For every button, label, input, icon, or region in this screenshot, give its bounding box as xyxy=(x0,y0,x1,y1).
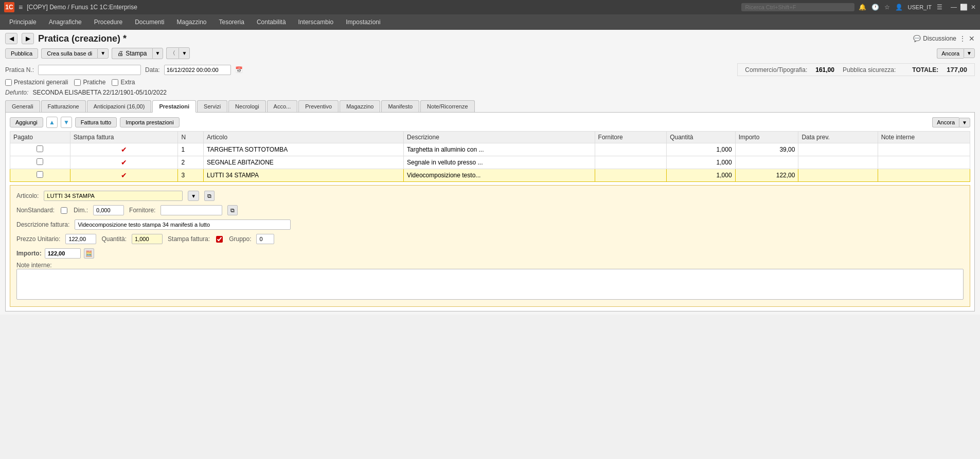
note-interne-textarea[interactable] xyxy=(16,269,964,300)
cell-data-prev xyxy=(798,169,878,182)
tab-servizi[interactable]: Servizi xyxy=(197,100,227,112)
minimize-button[interactable]: — xyxy=(951,4,957,11)
search-input[interactable] xyxy=(741,3,854,11)
data-label: Data: xyxy=(145,66,160,74)
table-row[interactable]: ✔2SEGNALE ABITAZIONESegnale in velluto p… xyxy=(10,156,970,169)
move-up-button[interactable]: ▲ xyxy=(46,117,58,128)
pratica-input[interactable] xyxy=(38,65,141,75)
cell-descrizione: Targhetta in alluminio con ... xyxy=(404,143,595,156)
tab-preventivo[interactable]: Preventivo xyxy=(298,100,338,112)
close-button[interactable]: ✕ xyxy=(971,4,976,11)
prezzo-unitario-input[interactable] xyxy=(65,234,96,244)
forward-button[interactable]: ▶ xyxy=(22,33,34,44)
crea-sulla-base-arrow[interactable]: ▼ xyxy=(97,48,109,59)
user-icon[interactable]: 👤 xyxy=(895,4,903,11)
menu-impostazioni[interactable]: Impostazioni xyxy=(341,16,385,28)
fornitore-input[interactable] xyxy=(161,205,222,215)
quantita-input[interactable] xyxy=(132,234,163,244)
nonstandard-row: NonStandard: Dim.: Fornitore: ⧉ xyxy=(16,205,964,215)
calendar-icon[interactable]: 📅 xyxy=(235,66,243,74)
menu-button[interactable]: ≡ xyxy=(19,3,23,11)
stampa-arrow[interactable]: ▼ xyxy=(152,48,164,59)
pubblica-button[interactable]: Pubblica xyxy=(5,48,38,59)
notification-icon[interactable]: 🔔 xyxy=(859,4,866,11)
menu-documenti[interactable]: Documenti xyxy=(130,16,169,28)
col-header-articolo: Articolo xyxy=(204,132,404,143)
defunto-row: Defunto: SECONDA ELISABETTA 22/12/1901-0… xyxy=(5,89,975,96)
tab-anticipazioni--16-00-[interactable]: Anticipazioni (16,00) xyxy=(87,100,152,112)
table-row[interactable]: ✔3LUTTI 34 STAMPAVideocomposizione testo… xyxy=(10,169,970,182)
aggiungi-button[interactable]: Aggiungi xyxy=(10,117,43,127)
quantita-label: Quantità: xyxy=(101,235,127,243)
menu-magazzino[interactable]: Magazzino xyxy=(171,16,211,28)
back-button[interactable]: ◀ xyxy=(5,33,17,44)
dim-input[interactable] xyxy=(93,205,124,215)
tab-fatturazione[interactable]: Fatturazione xyxy=(41,100,86,112)
articolo-link-btn[interactable]: ⧉ xyxy=(204,191,215,201)
cell-pagato[interactable] xyxy=(10,143,70,156)
menu-principale[interactable]: Principale xyxy=(4,16,42,28)
tabs: GeneraliFatturazioneAnticipazioni (16,00… xyxy=(5,100,975,113)
extra-checkbox[interactable]: Extra xyxy=(112,79,135,86)
tab-content-prestazioni: Aggiungi ▲ ▼ Fattura tutto Importa prest… xyxy=(5,113,975,311)
menu-tesoreria[interactable]: Tesoreria xyxy=(214,16,250,28)
cell-stampa-fattura[interactable]: ✔ xyxy=(70,143,178,156)
commercio-value: 161,00 xyxy=(815,66,834,74)
cell-quantita: 1,000 xyxy=(667,143,736,156)
table-row[interactable]: ✔1TARGHETTA SOTTOTOMBATarghetta in allum… xyxy=(10,143,970,156)
prestazioni-generali-checkbox[interactable]: Prestazioni generali xyxy=(5,79,68,86)
pratiche-checkbox[interactable]: Pratiche xyxy=(74,79,105,86)
window-controls: — ⬜ ✕ xyxy=(951,4,976,11)
more-options-icon[interactable]: ⋮ xyxy=(959,35,966,42)
nav-arrow-right-dropdown[interactable]: ▼ xyxy=(179,47,190,59)
descrizione-fattura-input[interactable] xyxy=(75,219,291,230)
ancora-button[interactable]: Ancora xyxy=(937,48,964,59)
articolo-dropdown-btn[interactable]: ▼ xyxy=(188,191,199,201)
menu-contabilita[interactable]: Contabilità xyxy=(252,16,291,28)
tab-acco---[interactable]: Acco... xyxy=(267,100,298,112)
stampa-button[interactable]: 🖨Stampa xyxy=(112,48,152,59)
table-ancora-arrow[interactable]: ▼ xyxy=(959,118,970,127)
importo-calc-btn[interactable]: 🧮 xyxy=(84,248,94,259)
cell-pagato[interactable] xyxy=(10,169,70,182)
tab-necrologi[interactable]: Necrologi xyxy=(228,100,265,112)
tab-magazzino[interactable]: Magazzino xyxy=(340,100,380,112)
articolo-row: Articolo: ▼ ⧉ xyxy=(16,191,964,201)
detail-panel: Articolo: ▼ ⧉ NonStandard: Dim.: Fornito… xyxy=(10,185,970,307)
tab-note-ricorrenze[interactable]: Note/Ricorrenze xyxy=(420,100,474,112)
cell-stampa-fattura[interactable]: ✔ xyxy=(70,169,178,182)
tab-generali[interactable]: Generali xyxy=(5,100,40,112)
settings-icon[interactable]: ☰ xyxy=(937,4,942,11)
cell-data-prev xyxy=(798,156,878,169)
discussion-button[interactable]: 💬 Discussione xyxy=(913,35,956,42)
nonstandard-checkbox[interactable] xyxy=(61,207,67,214)
col-header-stampa-fattura: Stampa fattura xyxy=(70,132,178,143)
nav-arrow-left[interactable]: 〈 xyxy=(166,47,179,59)
menu-anagrafiche[interactable]: Anagrafiche xyxy=(44,16,87,28)
menu-procedure[interactable]: Procedure xyxy=(89,16,128,28)
tab-prestazioni[interactable]: Prestazioni xyxy=(152,100,196,113)
data-input[interactable] xyxy=(164,65,231,75)
articolo-input[interactable] xyxy=(44,191,183,201)
ancora-arrow[interactable]: ▼ xyxy=(964,48,975,58)
importo-row: Importo: 🧮 xyxy=(16,248,964,259)
gruppo-input[interactable] xyxy=(256,234,274,244)
fornitore-link-btn[interactable]: ⧉ xyxy=(227,205,238,215)
fattura-tutto-button[interactable]: Fattura tutto xyxy=(75,117,117,127)
move-down-button[interactable]: ▼ xyxy=(61,117,72,128)
table-ancora-button[interactable]: Ancora xyxy=(932,117,959,127)
crea-sulla-base-button[interactable]: Crea sulla base di xyxy=(41,48,97,59)
cell-pagato[interactable] xyxy=(10,156,70,169)
importo-input[interactable] xyxy=(45,248,81,259)
history-icon[interactable]: 🕐 xyxy=(871,4,879,11)
tab-manifesto[interactable]: Manifesto xyxy=(381,100,419,112)
close-doc-button[interactable]: ✕ xyxy=(969,34,975,43)
descrizione-row: Descrizione fattura: xyxy=(16,219,964,230)
stampa-fattura-checkbox[interactable] xyxy=(216,236,223,243)
cell-stampa-fattura[interactable]: ✔ xyxy=(70,156,178,169)
menu-interscambio[interactable]: Interscambio xyxy=(293,16,339,28)
restore-button[interactable]: ⬜ xyxy=(960,4,968,11)
star-icon[interactable]: ☆ xyxy=(884,4,890,11)
col-header-importo: Importo xyxy=(735,132,798,143)
importa-prestazioni-button[interactable]: Importa prestazioni xyxy=(120,117,180,127)
